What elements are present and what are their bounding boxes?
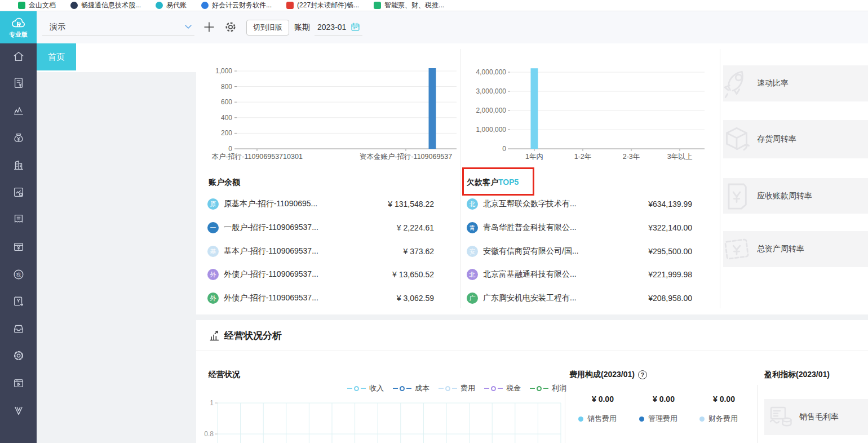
- bookmark-kdocs[interactable]: 金山文档: [18, 1, 56, 10]
- sidebar-item-tutorial[interactable]: [0, 372, 37, 395]
- ratio-label: 存货周转率: [757, 134, 796, 144]
- expense-legend: 财务费用: [699, 414, 738, 424]
- chevron-down-icon[interactable]: [185, 25, 192, 29]
- section-title-text: 经营状况分析: [224, 329, 282, 342]
- company-underline: [42, 36, 194, 36]
- debtor-row[interactable]: 北 北京互帮联众数字技术有... ¥634,139.99: [467, 197, 692, 211]
- bookmark-chanjet[interactable]: 畅捷通信息技术股...: [70, 1, 141, 10]
- svg-text:1: 1: [210, 399, 214, 407]
- account-row[interactable]: 外 外债户-招行-1109069537... ¥ 3,062.59: [207, 291, 434, 305]
- sidebar-item-tax[interactable]: 税: [0, 263, 37, 286]
- account-amount: ¥ 3,062.59: [397, 294, 434, 303]
- debtor-row[interactable]: 青 青岛华胜普金科技有限公... ¥322,140.00: [467, 221, 692, 234]
- mail-favicon: [286, 2, 294, 9]
- expense-title-row: 费用构成(2023/01) ?: [569, 370, 647, 380]
- chanjet-favicon: [70, 2, 78, 9]
- bookmark-smart-tax[interactable]: 智能票、财、税推...: [374, 1, 444, 10]
- legend-item-tax[interactable]: 税金: [484, 383, 521, 393]
- report-coins-icon: [768, 404, 795, 431]
- account-row[interactable]: 外 外债户-招行-1109069537... ¥ 13,650.52: [207, 268, 434, 281]
- expense-col-sales: ¥ 0.00 销售费用: [578, 393, 641, 424]
- cloud-logo-icon: [11, 16, 26, 30]
- period-label: 账期: [294, 23, 310, 33]
- account-balance-title: 账户余额: [209, 178, 240, 188]
- profit-title: 盈利指标(2023/01): [764, 370, 830, 380]
- debtor-badge: 青: [467, 222, 478, 233]
- ratio-card-inventory-turnover[interactable]: 存货周转率: [723, 120, 868, 158]
- gear-icon: [12, 349, 25, 362]
- debtor-row[interactable]: 安 安徽有信商贸有限公司/国... ¥295,500.00: [467, 245, 692, 258]
- yidaizhang-favicon: [156, 2, 163, 9]
- help-icon[interactable]: ?: [638, 370, 647, 379]
- bookmark-haokuaiji[interactable]: 好会计云财务软件...: [201, 1, 272, 10]
- sidebar-item-checkout[interactable]: [0, 236, 37, 258]
- debtor-name: 北京互帮联众数字技术有...: [483, 199, 577, 209]
- legend-item-income[interactable]: 收入: [347, 383, 384, 393]
- svg-text:4,000,000: 4,000,000: [476, 68, 507, 76]
- bookmark-label: 易代账: [166, 1, 187, 10]
- calendar-icon[interactable]: [351, 22, 360, 32]
- legend-item-cost[interactable]: 成本: [393, 383, 429, 393]
- debtor-name: 北京富基融通科技有限公...: [483, 269, 577, 280]
- switch-old-version-button[interactable]: 切到旧版: [246, 20, 289, 36]
- browser-bookmarks-bar: 金山文档 畅捷通信息技术股... 易代账 好会计云财务软件... (227封未读…: [0, 0, 868, 11]
- legend-label: 税金: [506, 383, 521, 393]
- account-row[interactable]: 基 基本户-招行-1109069537... ¥ 373.62: [207, 245, 434, 258]
- svg-text:200: 200: [221, 129, 232, 137]
- tab-home[interactable]: 首页: [37, 43, 76, 70]
- bookmark-label: 金山文档: [29, 1, 56, 10]
- period-value[interactable]: 2023-01: [317, 23, 346, 32]
- svg-text:资本金账户-招行-1109069537: 资本金账户-招行-1109069537: [360, 153, 452, 161]
- yen-document-icon: [723, 180, 752, 212]
- debtor-badge: 安: [467, 246, 478, 257]
- edition-label: 专业版: [9, 30, 28, 39]
- receivable-aging-chart: 01,000,0002,000,0003,000,0004,000,0001年内…: [468, 68, 716, 165]
- bookmark-yidaizhang[interactable]: 易代账: [156, 1, 187, 10]
- expense-title: 费用构成(2023/01): [569, 370, 635, 380]
- debtor-amount: ¥322,140.00: [648, 223, 692, 232]
- profit-card-gross-margin[interactable]: 销售毛利率: [764, 399, 868, 435]
- legend-label: 成本: [415, 383, 429, 393]
- ratio-card-asset-turnover[interactable]: 总资产周转率: [723, 231, 868, 267]
- sidebar-item-invoice[interactable]: [0, 208, 37, 231]
- svg-text:2,000,000: 2,000,000: [476, 107, 507, 114]
- svg-text:本户-招行-110906953710301: 本户-招行-110906953710301: [211, 153, 303, 161]
- account-amount: ¥ 131,548.22: [388, 200, 434, 209]
- sidebar-item-report-analysis[interactable]: [0, 99, 37, 122]
- debtor-row[interactable]: 广 广东腾安机电安装工程有... ¥208,958.00: [467, 291, 692, 305]
- account-row[interactable]: 原 原基本户-招行-11090695... ¥ 131,548.22: [207, 197, 434, 211]
- chart-legend: 收入 成本 费用 税金 利润: [347, 383, 566, 393]
- add-account-icon[interactable]: [203, 21, 215, 33]
- sidebar-item-settings[interactable]: [0, 344, 37, 367]
- bookmark-mail[interactable]: (227封未读邮件)畅...: [286, 1, 359, 10]
- ratio-card-receivable-turnover[interactable]: 应收账款周转率: [723, 178, 868, 214]
- legend-item-expense[interactable]: 费用: [439, 383, 475, 393]
- settings-gear-icon[interactable]: [224, 21, 237, 33]
- expense-label: 销售费用: [587, 414, 617, 424]
- sidebar-item-version[interactable]: [0, 400, 37, 422]
- ratio-card-quick-ratio[interactable]: 速动比率: [723, 65, 868, 101]
- sidebar-item-payment[interactable]: [0, 290, 37, 313]
- sidebar-item-home[interactable]: [0, 45, 37, 68]
- period-underline: [315, 36, 362, 36]
- svg-text:800: 800: [221, 83, 232, 91]
- account-row[interactable]: 一 一般户-招行-1109069537... ¥ 2,224.61: [207, 221, 434, 234]
- legend-label: 费用: [460, 383, 475, 393]
- svg-text:税: 税: [15, 272, 20, 277]
- sidebar-item-enterprise[interactable]: [0, 154, 37, 176]
- sidebar-item-smart-report[interactable]: [0, 181, 37, 203]
- account-amount: ¥ 2,224.61: [397, 223, 434, 232]
- account-name: 原基本户-招行-11090695...: [224, 199, 317, 209]
- sidebar-item-funds[interactable]: [0, 127, 37, 149]
- svg-text:2-3年: 2-3年: [623, 153, 640, 161]
- legend-marker: [445, 386, 450, 391]
- company-selector[interactable]: 演示: [50, 22, 65, 32]
- expense-col-finance: ¥ 0.00 财务费用: [699, 393, 763, 424]
- legend-item-profit[interactable]: 利润: [530, 383, 566, 393]
- sidebar-item-archive[interactable]: [0, 317, 37, 340]
- dot-icon: [578, 417, 583, 422]
- debtor-row[interactable]: 北 北京富基融通科技有限公... ¥221,999.98: [467, 268, 692, 281]
- sidebar-item-voucher[interactable]: [0, 72, 37, 94]
- annotation-highlight-box: [462, 167, 534, 196]
- debtor-name: 安徽有信商贸有限公司/国...: [483, 246, 579, 256]
